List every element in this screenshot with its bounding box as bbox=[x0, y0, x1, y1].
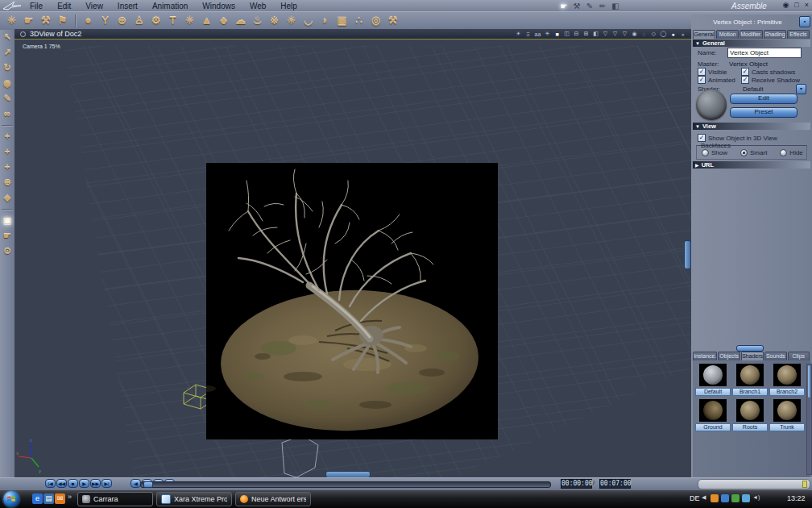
tab-effects[interactable]: Effects bbox=[787, 30, 810, 39]
menu-web[interactable]: Web bbox=[250, 2, 266, 10]
insert-target-icon[interactable]: ◎ bbox=[367, 13, 384, 29]
shader-item-branch1[interactable]: Branch1 bbox=[732, 364, 768, 396]
bank-camera-icon[interactable]: ◇ bbox=[650, 31, 657, 37]
insert-tree-icon[interactable]: ♣ bbox=[215, 13, 232, 29]
translate-yz-tool-icon[interactable]: + bbox=[0, 160, 14, 175]
insert-globe-icon[interactable]: ⊕ bbox=[114, 13, 130, 29]
universe-icon[interactable]: ⊕ bbox=[0, 175, 14, 190]
viewport-vscroll-thumb[interactable] bbox=[684, 240, 691, 269]
hotpoint-icon[interactable]: ◈ bbox=[0, 190, 14, 206]
move-tool-icon[interactable]: ↗ bbox=[0, 45, 14, 60]
menu-windows[interactable]: Windows bbox=[202, 2, 235, 10]
general-section-header[interactable]: ▼ General bbox=[693, 40, 810, 47]
hand-tool-icon[interactable]: ☛ bbox=[20, 13, 37, 29]
tray-chevron-icon[interactable]: ◀ bbox=[702, 494, 706, 501]
edit-button[interactable]: Edit bbox=[730, 94, 798, 104]
go-start-button[interactable]: |◀ bbox=[45, 479, 56, 488]
rotate-tool-icon[interactable]: ↻ bbox=[0, 60, 14, 76]
menu-view[interactable]: View bbox=[85, 2, 103, 10]
quicklaunch-overflow-chevron[interactable]: » bbox=[68, 493, 72, 501]
orbit-camera-icon[interactable]: ◉ bbox=[631, 31, 638, 37]
dolly-camera-icon[interactable]: ◌ bbox=[640, 31, 648, 37]
go-end-button[interactable]: ▶| bbox=[102, 479, 112, 488]
rewind-button[interactable]: ◀◀ bbox=[56, 479, 67, 488]
display-shaded-sphere-icon[interactable]: ● bbox=[669, 31, 677, 37]
insert-cloud-icon[interactable]: ☁ bbox=[232, 13, 249, 29]
panel-menu-button[interactable]: ▪ bbox=[799, 16, 810, 27]
shader-item-roots[interactable]: Roots bbox=[732, 399, 768, 431]
insert-ocean-icon[interactable]: ◡ bbox=[300, 13, 317, 29]
storyboard-cube-icon[interactable]: ◧ bbox=[611, 2, 620, 10]
assemble-hand-icon[interactable]: ☛ bbox=[559, 2, 569, 10]
insert-lathe-icon[interactable]: Y bbox=[97, 13, 114, 29]
shader-item-branch2[interactable]: Branch2 bbox=[769, 364, 805, 396]
task-carrara[interactable]: Carrara bbox=[77, 492, 153, 506]
forward-button[interactable]: ▶▶ bbox=[90, 479, 101, 488]
menu-file[interactable]: File bbox=[30, 2, 43, 10]
browser-hscroll-tick[interactable] bbox=[802, 481, 807, 488]
layout-three-pane-icon[interactable]: ⊟ bbox=[573, 31, 580, 37]
wrench-tool-icon[interactable]: ⚒ bbox=[37, 13, 54, 29]
receive-shadow-checkbox[interactable]: ✓ Receive Shadow bbox=[741, 76, 800, 84]
insert-text-icon[interactable]: T bbox=[164, 13, 181, 29]
name-input[interactable] bbox=[727, 48, 802, 58]
shader-item-ground[interactable]: Ground bbox=[695, 399, 731, 431]
tab-general[interactable]: General bbox=[693, 30, 715, 39]
tab-shading[interactable]: Shading bbox=[764, 30, 786, 39]
show-desktop-icon[interactable]: ▤ bbox=[44, 493, 54, 504]
insert-particle-icon[interactable]: ✳ bbox=[181, 13, 198, 29]
insert-explosion-icon[interactable]: ☀ bbox=[283, 13, 300, 29]
tray-network-icon[interactable] bbox=[742, 494, 750, 502]
casts-shadows-checkbox[interactable]: ✓ Casts shadows bbox=[741, 68, 795, 76]
url-section-header[interactable]: ▶ URL bbox=[693, 161, 810, 169]
pan-tool-icon[interactable]: ☛ bbox=[0, 228, 14, 244]
backfaces-radio-hide[interactable]: Hide bbox=[780, 149, 802, 156]
ie-quicklaunch-icon[interactable]: e bbox=[32, 493, 43, 504]
eyedropper-tool-icon[interactable]: ✎ bbox=[0, 91, 14, 106]
tab-modifier[interactable]: Modifier. bbox=[740, 30, 762, 39]
play-button[interactable]: ▶ bbox=[79, 479, 89, 488]
scrubber-thumb[interactable] bbox=[143, 481, 153, 488]
browser-tab-instance[interactable]: Instance. bbox=[693, 352, 717, 360]
stop-button[interactable]: ■ bbox=[68, 479, 78, 488]
translate-xz-tool-icon[interactable]: + bbox=[0, 144, 14, 160]
backfaces-radio-show[interactable]: Show bbox=[702, 149, 727, 156]
layout-single-icon[interactable]: ■ bbox=[553, 31, 561, 37]
task-xara[interactable]: Xara Xtreme Pro - [... bbox=[156, 492, 232, 506]
insert-camera-icon[interactable]: ▣ bbox=[334, 13, 350, 29]
mail-quicklaunch-icon[interactable]: ✉ bbox=[55, 493, 65, 504]
current-time-field[interactable]: 00:00:00 bbox=[561, 479, 592, 489]
browser-tab-shaders[interactable]: Shaders bbox=[741, 352, 764, 360]
model-wrench-icon[interactable]: ⚒ bbox=[572, 2, 582, 10]
atmosphere-icon[interactable]: ✳ bbox=[544, 31, 551, 37]
camera-tool-icon[interactable]: ▣ bbox=[0, 213, 14, 228]
preset-button[interactable]: Preset bbox=[730, 107, 798, 118]
menu-animation[interactable]: Animation bbox=[152, 2, 188, 10]
display-textured-sphere-icon[interactable]: ● bbox=[679, 31, 686, 37]
insert-anchor-icon[interactable]: ⚒ bbox=[384, 13, 401, 29]
menu-help[interactable]: Help bbox=[280, 2, 297, 10]
link-tool-icon[interactable]: ∞ bbox=[0, 106, 14, 122]
task-firefox[interactable]: Neue Antwort erstel... bbox=[235, 492, 311, 506]
insert-figure-icon[interactable]: ♙ bbox=[130, 13, 147, 29]
camera-preset-front-icon[interactable]: ▽ bbox=[602, 31, 609, 37]
close-icon[interactable]: × bbox=[805, 1, 809, 9]
render-preview-icon[interactable]: ☀ bbox=[515, 31, 522, 37]
wireframe-mode-icon[interactable]: Ξ bbox=[524, 31, 532, 37]
shader-item-default[interactable]: Default bbox=[695, 364, 731, 396]
antialias-icon[interactable]: aa bbox=[534, 31, 541, 37]
shader-dropdown-button[interactable]: ▾ bbox=[796, 84, 806, 94]
insert-fire-icon[interactable]: ♨ bbox=[249, 13, 266, 29]
maximize-icon[interactable]: □ bbox=[794, 1, 798, 9]
animated-checkbox[interactable]: ✓ Animated bbox=[698, 76, 735, 84]
camera-preset-side-icon[interactable]: ▽ bbox=[621, 31, 628, 37]
zoom-tool-icon[interactable]: ⊙ bbox=[0, 244, 14, 259]
layout-custom-icon[interactable]: ◧ bbox=[592, 31, 599, 37]
browser-scrollbar[interactable] bbox=[806, 364, 812, 475]
insert-sphere-icon[interactable]: ● bbox=[80, 13, 97, 29]
browser-hscroll-track[interactable] bbox=[698, 479, 810, 489]
insert-gear-icon[interactable]: ⚙ bbox=[147, 13, 164, 29]
insert-terrain-icon[interactable]: ▲ bbox=[198, 13, 215, 29]
end-time-field[interactable]: 00:07:00 bbox=[599, 479, 631, 489]
render-preview[interactable] bbox=[206, 163, 498, 439]
